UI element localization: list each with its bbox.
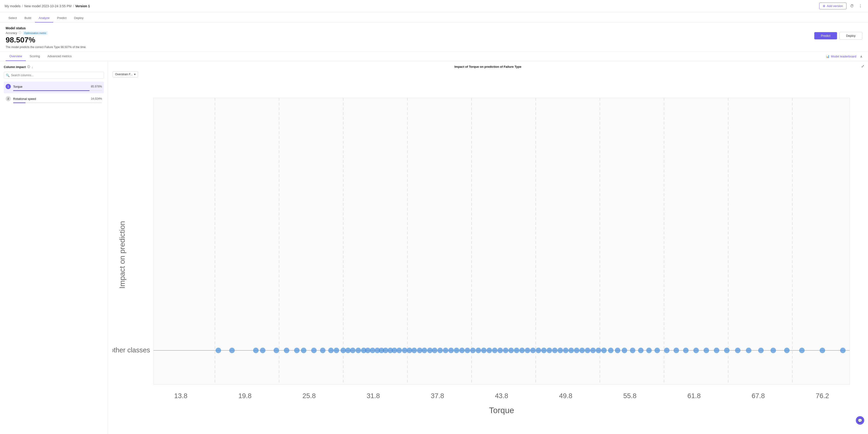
main-content: Model status Accuracy ⓘ Optimization met…	[0, 23, 868, 434]
search-input[interactable]	[4, 72, 104, 79]
svg-point-19	[284, 348, 289, 353]
column-impact-header: Column impact ⓘ ↓	[4, 65, 104, 69]
svg-point-71	[574, 348, 579, 353]
svg-point-59	[508, 348, 514, 353]
tab-analyze[interactable]: Analyze	[35, 14, 53, 23]
tab-scoring[interactable]: Scoring	[26, 52, 43, 61]
svg-point-82	[646, 348, 652, 353]
col-bar-rotational	[13, 102, 26, 103]
svg-point-27	[345, 348, 351, 353]
info-icon: ⓘ	[19, 31, 21, 35]
svg-point-68	[558, 348, 563, 353]
col-pct-rotational: 14.024%	[91, 97, 102, 100]
expand-chart-button[interactable]: ⤢	[861, 64, 864, 68]
svg-text:19.8: 19.8	[238, 392, 252, 400]
tab-deploy[interactable]: Deploy	[70, 14, 87, 23]
sub-tabs: Overview Scoring Advanced metrics 📊 Mode…	[0, 52, 868, 61]
svg-point-46	[437, 348, 443, 353]
my-models-link[interactable]: My models	[5, 4, 21, 8]
add-version-button[interactable]: ⊕ Add version	[819, 3, 846, 9]
collapse-button[interactable]: ∧	[860, 55, 862, 58]
svg-text:31.8: 31.8	[367, 392, 380, 400]
svg-point-15	[229, 348, 235, 353]
tab-build[interactable]: Build	[21, 14, 35, 23]
col-bar-torque	[13, 90, 90, 91]
svg-point-23	[320, 348, 326, 353]
svg-text:25.8: 25.8	[303, 392, 316, 400]
plus-icon: ⊕	[823, 4, 825, 8]
svg-text:13.8: 13.8	[174, 392, 188, 400]
svg-point-94	[771, 348, 776, 353]
svg-point-63	[530, 348, 535, 353]
svg-point-47	[443, 348, 448, 353]
accuracy-label: Accuracy ⓘ Optimization metric	[6, 31, 87, 35]
svg-point-18	[274, 348, 279, 353]
model-status-title: Model status	[6, 26, 87, 30]
svg-point-62	[525, 348, 530, 353]
chart-svg-wrapper: Impact on prediction All other classes	[113, 79, 863, 431]
svg-point-21	[301, 348, 306, 353]
column-item-rotational-speed[interactable]: 2 Rotational speed 14.024%	[4, 94, 104, 105]
sort-icon[interactable]: ↓	[31, 65, 33, 69]
svg-point-72	[579, 348, 585, 353]
version-label: Version 1	[75, 4, 90, 8]
leaderboard-icon: 📊	[826, 55, 830, 58]
model-leaderboard-button[interactable]: 📊 Model leaderboard	[826, 55, 856, 58]
column-impact-info-icon[interactable]: ⓘ	[27, 65, 30, 69]
svg-point-48	[448, 348, 454, 353]
predict-button-main[interactable]: Predict	[814, 32, 837, 39]
rank-2: 2	[6, 96, 11, 101]
svg-point-76	[601, 348, 607, 353]
svg-point-74	[590, 348, 596, 353]
svg-point-16	[253, 348, 259, 353]
svg-text:37.8: 37.8	[431, 392, 444, 400]
svg-point-78	[615, 348, 620, 353]
svg-point-69	[563, 348, 568, 353]
svg-point-49	[454, 348, 459, 353]
chart-svg: Impact on prediction All other classes	[113, 79, 863, 431]
svg-point-20	[294, 348, 300, 353]
more-button[interactable]: ⋮	[858, 3, 863, 9]
chart-title: Impact of Torque on prediction of Failur…	[113, 65, 863, 68]
svg-point-24	[328, 348, 334, 353]
svg-point-90	[724, 348, 730, 353]
svg-point-39	[402, 348, 407, 353]
breadcrumb: My models / New model 2023-10-24 3:55 PM…	[5, 4, 90, 8]
svg-point-52	[470, 348, 475, 353]
svg-point-98	[840, 348, 845, 353]
tab-advanced-metrics[interactable]: Advanced metrics	[43, 52, 75, 61]
svg-point-64	[536, 348, 541, 353]
rank-1: 1	[6, 84, 11, 89]
svg-point-55	[487, 348, 492, 353]
svg-point-38	[397, 348, 402, 353]
tab-overview[interactable]: Overview	[6, 52, 26, 61]
chart-controls: Overstrain F... ▾	[113, 71, 863, 78]
svg-point-14	[216, 348, 221, 353]
svg-point-51	[465, 348, 470, 353]
class-dropdown[interactable]: Overstrain F... ▾	[113, 71, 138, 78]
history-button[interactable]: ⏱	[849, 3, 855, 9]
svg-point-60	[514, 348, 519, 353]
svg-text:61.8: 61.8	[687, 392, 701, 400]
model-name-link[interactable]: New model 2023-10-24 3:55 PM	[24, 4, 72, 8]
tab-predict[interactable]: Predict	[53, 14, 70, 23]
col-bar-container-rotational	[13, 102, 102, 103]
svg-point-61	[519, 348, 525, 353]
svg-text:All other classes: All other classes	[113, 346, 150, 354]
svg-point-79	[622, 348, 627, 353]
svg-text:76.2: 76.2	[816, 392, 829, 400]
tab-select[interactable]: Select	[5, 14, 21, 23]
content-area: Column impact ⓘ ↓ 🔍 1 Torque 85.976%	[0, 61, 868, 434]
svg-point-83	[654, 348, 660, 353]
add-version-label: Add version	[827, 4, 843, 8]
svg-point-87	[693, 348, 699, 353]
chat-button[interactable]: 💬	[856, 416, 864, 425]
svg-point-54	[481, 348, 487, 353]
col-bar-container-torque	[13, 90, 102, 91]
svg-point-85	[674, 348, 679, 353]
svg-point-56	[492, 348, 497, 353]
deploy-button-main[interactable]: Deploy	[839, 32, 862, 40]
svg-point-42	[417, 348, 422, 353]
column-item-torque[interactable]: 1 Torque 85.976%	[4, 82, 104, 93]
svg-point-25	[334, 348, 339, 353]
